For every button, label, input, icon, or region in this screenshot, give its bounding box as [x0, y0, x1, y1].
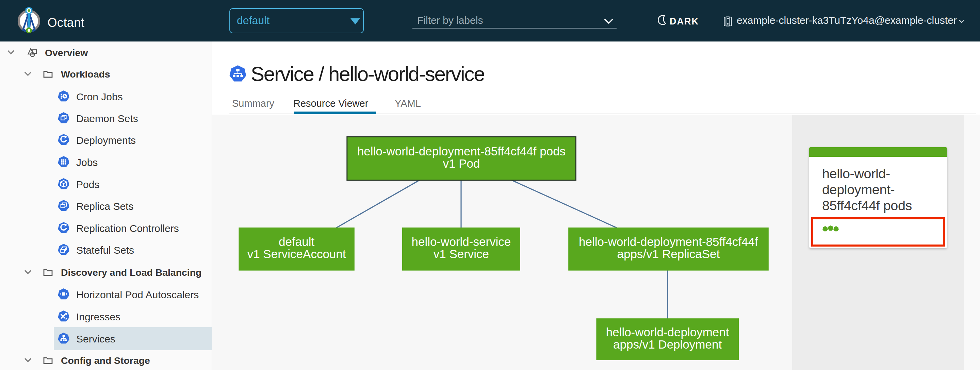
svg-text:hello-world-deployment-85ff4cf: hello-world-deployment-85ff4cf44f — [579, 235, 758, 248]
svg-text:hello-world-deployment: hello-world-deployment — [606, 326, 729, 339]
svg-text:hello-world-service: hello-world-service — [412, 235, 511, 248]
svg-text:v1 ServiceAccount: v1 ServiceAccount — [247, 247, 346, 260]
svg-text:v1 Service: v1 Service — [434, 247, 489, 260]
svg-text:v1 Pod: v1 Pod — [443, 157, 480, 170]
svg-text:apps/v1 Deployment: apps/v1 Deployment — [613, 338, 722, 351]
svg-text:apps/v1 ReplicaSet: apps/v1 ReplicaSet — [617, 247, 720, 260]
svg-text:default: default — [279, 235, 314, 248]
svg-text:hello-world-deployment-85ff4cf: hello-world-deployment-85ff4cf44f pods — [357, 145, 566, 158]
